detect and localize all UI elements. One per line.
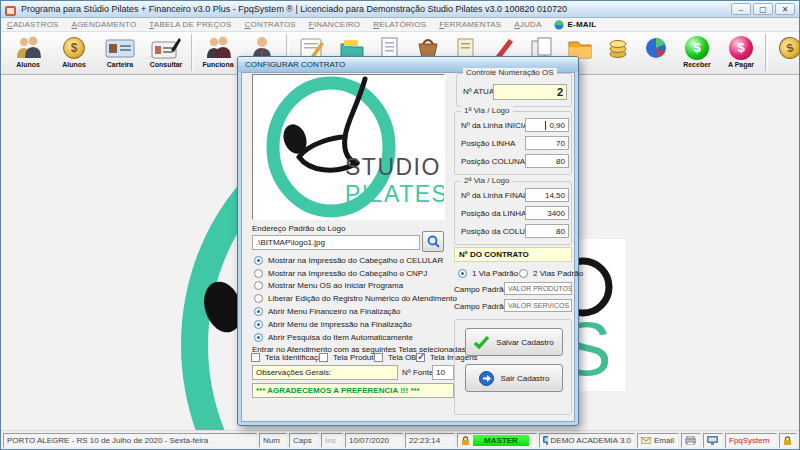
radio-icon [254, 320, 263, 329]
option-pesquisa-item[interactable]: Abrir Pesquisa do Item Automaticamente [254, 333, 413, 342]
option-mostrar-celular[interactable]: Mostrar na Impressão do Cabeçalho o CELU… [254, 256, 443, 265]
fonte-label: Nº Fonte [402, 368, 433, 377]
computer-icon [543, 436, 548, 445]
salvar-cadastro-button[interactable]: Salvar Cadastro [465, 328, 563, 356]
status-date: 10/07/2020 [345, 433, 403, 448]
option-menu-financeiro[interactable]: Abrir Menu Financeiro na Finalização [254, 307, 401, 316]
radio-icon [519, 269, 528, 278]
status-bar: PORTO ALEGRE - RS 10 de Julho de 2020 - … [1, 430, 799, 449]
menu-relatorios[interactable]: RELATÓRIOS [373, 20, 426, 29]
menu-tabela-de-precos[interactable]: TABELA DE PREÇOS [149, 20, 231, 29]
coin-icon [63, 34, 85, 61]
posicao-da-linha-input[interactable]: 3400 [525, 206, 569, 220]
close-button[interactable] [775, 3, 795, 15]
status-company: DEMO ACADEMIA 3.0 [539, 433, 635, 448]
checkbox-icon [319, 353, 328, 362]
radio-icon [254, 281, 263, 290]
toolbar-consultar-button[interactable]: Consultar [143, 34, 189, 68]
toolbar-partial-button[interactable] [637, 34, 675, 61]
menu-bar: CADASTROS AGENDAMENTO TABELA DE PREÇOS C… [1, 18, 799, 32]
toolbar-partial-button[interactable] [599, 34, 637, 61]
toolbar-separator [191, 34, 194, 71]
globe-icon [644, 34, 668, 61]
linha-final-input[interactable]: 14,50 [525, 188, 569, 202]
campo-padrao-1-input[interactable]: VALOR PRODUTOS [504, 282, 572, 295]
status-ins: Ins [321, 433, 343, 448]
radio-icon [254, 269, 263, 278]
fonte-input[interactable]: 10 [432, 365, 454, 380]
checkbox-tela-produtos[interactable]: Tela Produtos [319, 353, 382, 362]
menu-contratos[interactable]: CONTRATOS [245, 20, 296, 29]
posicao-linha-input[interactable]: 70 [525, 136, 569, 150]
maximize-button[interactable] [753, 3, 773, 15]
toolbar-alunos-financeiro-button[interactable]: Alunos [51, 34, 97, 68]
envelope-icon [641, 437, 651, 444]
status-lock [779, 433, 797, 448]
numero-atual-input[interactable]: 2 [493, 84, 567, 100]
option-liberar-edicao[interactable]: Liberar Edição do Registro Numérico do A… [254, 294, 457, 303]
toolbar-separator [765, 34, 768, 71]
toolbar-funcionarios-button[interactable]: Funciona [196, 34, 240, 68]
status-monitor[interactable] [703, 433, 723, 448]
status-time: 22:23:14 [405, 433, 455, 448]
status-location: PORTO ALEGRE - RS 10 de Julho de 2020 - … [3, 433, 257, 448]
card-pen-icon [151, 34, 181, 61]
employees-icon [204, 34, 232, 61]
browse-logo-button[interactable] [422, 231, 444, 252]
toolbar-receber-button[interactable]: Receber [675, 34, 719, 68]
menu-ajuda[interactable]: AJUDA [514, 20, 541, 29]
posicao-coluna-input[interactable]: 80 [525, 154, 569, 168]
app-icon [5, 3, 17, 15]
controle-numeracao-group: Controle Numeração OS Nº ATUAL 2 [456, 73, 572, 107]
radio-icon [254, 294, 263, 303]
checkbox-tela-identificacao[interactable]: Tela Identificação [251, 353, 327, 362]
numero-contrato-banner: Nº DO CONTRATO [454, 247, 572, 262]
configurar-contrato-dialog: CONFIGURAR CONTRATO STUDIO PILATES Ender… [237, 56, 579, 426]
radio-icon [254, 333, 263, 342]
posicao-da-coluna-input[interactable]: 80 [525, 224, 569, 238]
sair-cadastro-button[interactable]: Sair Cadastro [465, 364, 563, 392]
logo-path-input[interactable]: .\BITMAP\logo1.jpg [252, 235, 420, 250]
radio-2-vias-padrao[interactable]: 2 Vias Padrão [519, 269, 583, 278]
mensagem-field[interactable]: *** AGRADECEMOS A PREFERENCIA !!! *** [252, 383, 454, 398]
linha-inicial-input[interactable]: 0,90 [525, 118, 569, 132]
checkbox-icon [416, 353, 425, 362]
status-brand: FpqSystem [725, 433, 777, 448]
via1-group: 1ª Via / Logo Nº da Linha INICIAL 0,90 P… [454, 111, 572, 175]
menu-email[interactable]: E-MAIL [554, 20, 596, 30]
radio-1-via-padrao[interactable]: 1 Via Padrão [458, 269, 518, 278]
logo-text-pilates: PILATES [345, 181, 444, 207]
radio-icon [254, 307, 263, 316]
toolbar-alunos-button[interactable]: Alunos [5, 34, 51, 68]
printer-icon [685, 436, 696, 445]
actions-group: Salvar Cadastro Sair Cadastro [454, 319, 572, 415]
lock-icon [783, 436, 792, 445]
exit-arrow-icon [479, 371, 494, 386]
status-email[interactable]: Email [637, 433, 679, 448]
students-icon [14, 34, 42, 61]
toolbar-carteira-button[interactable]: Carteira [97, 34, 143, 68]
toolbar-apagar-button[interactable]: A Pagar [719, 34, 763, 68]
option-menu-os[interactable]: Mostrar Menu OS ao Iniciar Programa [254, 281, 403, 290]
option-menu-impressao[interactable]: Abrir Menu de Impressão na Finalização [254, 320, 412, 329]
monitor-icon [707, 436, 718, 445]
email-icon [554, 20, 564, 30]
receive-money-icon [685, 34, 709, 61]
menu-agendamento[interactable]: AGENDAMENTO [72, 20, 137, 29]
checkbox-tela-obs[interactable]: Tela OBS [374, 353, 422, 362]
menu-cadastros[interactable]: CADASTROS [7, 20, 59, 29]
status-printer[interactable] [681, 433, 701, 448]
toolbar-moeda-button[interactable] [770, 34, 800, 61]
status-user: MASTER [457, 433, 537, 448]
radio-icon [458, 269, 467, 278]
menu-ferramentas[interactable]: FERRAMENTAS [439, 20, 501, 29]
watermark-logo-left-arc [173, 141, 237, 450]
check-icon [474, 336, 489, 349]
option-mostrar-cnpj[interactable]: Mostrar na Impressão do Cabeçalho o CNPJ [254, 269, 427, 278]
minimize-button[interactable] [731, 3, 751, 15]
pay-money-icon [729, 34, 753, 61]
campo-padrao-2-input[interactable]: VALOR SERVICOS [504, 299, 572, 312]
menu-financeiro[interactable]: FINANCEIRO [309, 20, 360, 29]
coin-icon [779, 34, 800, 61]
observacoes-field[interactable]: Observações Gerais: [252, 365, 398, 380]
